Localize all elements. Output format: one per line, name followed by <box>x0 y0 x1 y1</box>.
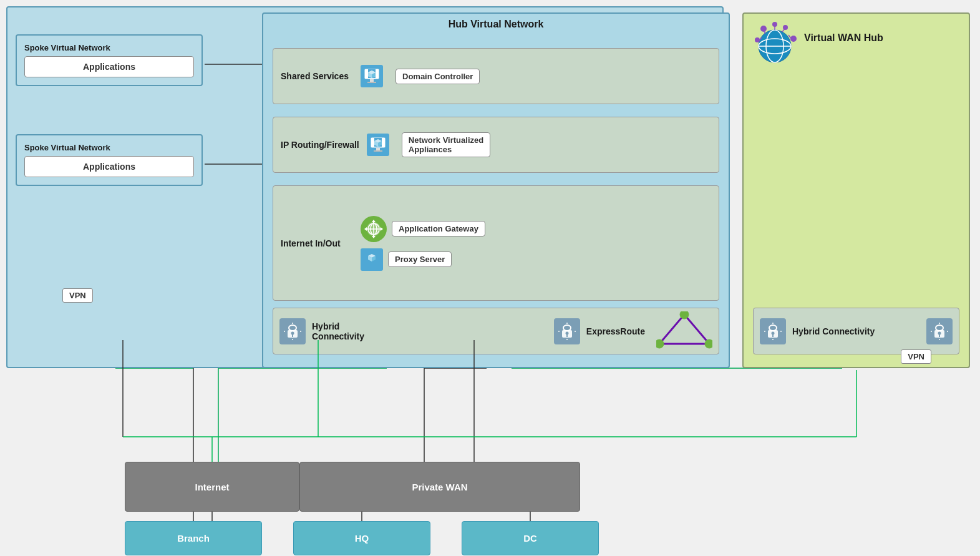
globe-wan-icon <box>751 21 798 71</box>
svg-marker-40 <box>372 236 376 238</box>
svg-rect-24 <box>367 82 376 83</box>
svg-point-66 <box>705 339 712 348</box>
svg-rect-51 <box>292 334 293 337</box>
spoke1-label: Spoke Virtual Network <box>24 43 194 52</box>
hybrid-row-wan: Hybrid Connectivity <box>753 308 959 354</box>
svg-rect-90 <box>936 325 943 331</box>
hq-box: HQ <box>293 521 430 555</box>
internet-label: Internet <box>195 482 229 492</box>
private-wan-box: Private WAN <box>299 462 580 512</box>
svg-point-74 <box>783 25 788 30</box>
virtual-wan-hub: Virtual WAN Hub Hybrid Connectivity <box>742 12 970 368</box>
svg-marker-44 <box>381 227 383 231</box>
ip-routing-label: IP Routing/Firewall <box>273 140 367 150</box>
spoke1-app: Applications <box>24 56 194 77</box>
nva-box: Network VirtualizedAppliances <box>402 132 490 157</box>
shared-services-label: Shared Services <box>273 71 361 81</box>
svg-marker-42 <box>364 227 367 231</box>
dc-box: DC <box>462 521 599 555</box>
internet-inout-label: Internet In/Out <box>273 238 361 248</box>
svg-rect-23 <box>370 79 374 82</box>
shared-services-icon <box>361 65 383 87</box>
wan-hybrid-icon2 <box>926 318 953 344</box>
expressroute-triangle <box>656 311 712 351</box>
wan-hybrid-icon1 <box>760 318 786 344</box>
expressroute-label: ExpressRoute <box>586 326 645 336</box>
svg-marker-38 <box>372 220 376 222</box>
svg-point-67 <box>656 339 664 348</box>
svg-rect-93 <box>939 334 940 337</box>
hybrid-connectivity-label-hub: HybridConnectivity <box>312 321 364 341</box>
proxy-server-box: Proxy Server <box>388 251 452 267</box>
shared-services-row: Shared Services Domain Controller <box>273 48 719 104</box>
spoke-vnet-2: Spoke Virtual Network Applications <box>16 134 203 186</box>
spoke2-app: Applications <box>24 156 194 177</box>
internet-box: Internet <box>125 462 299 512</box>
proxy-server-label: Proxy Server <box>395 255 445 264</box>
svg-point-92 <box>938 331 941 334</box>
svg-point-58 <box>565 331 568 334</box>
hybrid-vpn-icon <box>279 318 306 344</box>
spoke-vnet-1: Spoke Virtual Network Applications <box>16 34 203 86</box>
ip-routing-icon <box>367 134 389 156</box>
hub-title: Hub Virtual Network <box>263 14 729 32</box>
svg-rect-31 <box>374 150 382 152</box>
app-gateway-label: Application Gateway <box>399 224 478 233</box>
domain-controller-box: Domain Controller <box>395 69 480 84</box>
wan-hybrid-label: Hybrid Connectivity <box>792 326 875 336</box>
branch-label: Branch <box>177 533 210 544</box>
svg-rect-85 <box>772 334 774 337</box>
spoke2-label: Spoke Virtual Network <box>24 143 194 152</box>
svg-rect-59 <box>566 334 568 337</box>
svg-rect-82 <box>769 325 777 331</box>
branch-box: Branch <box>125 521 262 555</box>
app-gateway-icon <box>361 216 387 242</box>
wan-hub-title: Virtual WAN Hub <box>804 21 883 44</box>
internet-inout-row: Internet In/Out <box>273 185 719 301</box>
svg-point-50 <box>291 331 294 334</box>
svg-rect-30 <box>376 148 380 150</box>
svg-point-65 <box>680 311 689 319</box>
nva-label: Network VirtualizedAppliances <box>409 135 483 154</box>
private-wan-label: Private WAN <box>412 482 467 492</box>
svg-point-84 <box>772 331 775 334</box>
wan-vpn-label: VPN <box>901 349 931 364</box>
vpn-left-label: VPN <box>62 288 93 303</box>
app-gateway-box: Application Gateway <box>392 221 485 237</box>
ip-routing-row: IP Routing/Firewall Network VirtualizedA… <box>273 117 719 173</box>
svg-rect-56 <box>563 325 571 331</box>
hybrid-row-hub: HybridConnectivity ExpressRoute <box>273 308 719 354</box>
domain-controller-label: Domain Controller <box>402 72 473 81</box>
svg-point-72 <box>760 26 767 32</box>
expressroute-icon <box>554 318 580 344</box>
hub-vnet: Hub Virtual Network Shared Services Doma… <box>262 12 730 368</box>
svg-line-79 <box>782 29 785 32</box>
hq-label: HQ <box>355 533 369 544</box>
svg-rect-48 <box>289 325 296 331</box>
proxy-server-icon <box>361 248 383 271</box>
dc-label: DC <box>523 533 537 544</box>
